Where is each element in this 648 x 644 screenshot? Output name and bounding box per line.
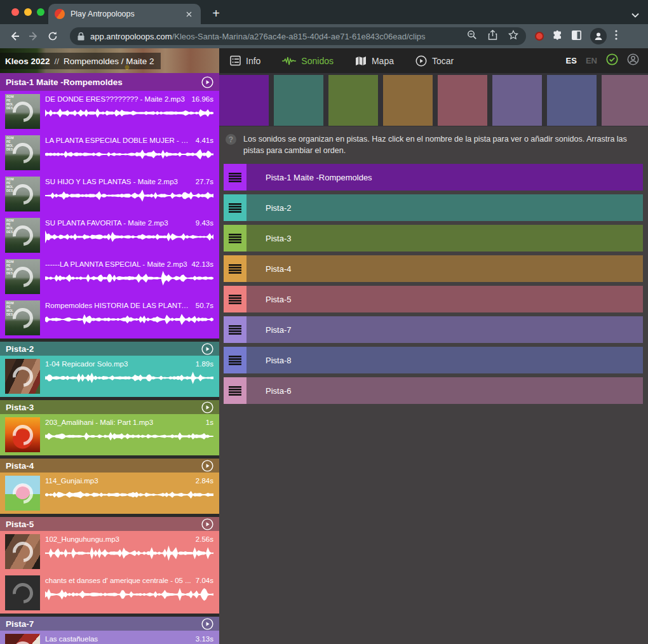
track-row-bar[interactable]: Pista-3 <box>246 225 643 252</box>
track-play-button[interactable] <box>201 76 213 88</box>
forward-button[interactable] <box>24 27 43 46</box>
track-row[interactable]: Pista-3 <box>224 225 643 252</box>
clip-thumbnail[interactable] <box>5 476 40 511</box>
clip-item[interactable]: ROM PE MOL DESDE DONDE ERES???????? - Ma… <box>0 91 219 132</box>
track-drag-handle[interactable] <box>224 316 246 343</box>
track-row-bar[interactable]: Pista-2 <box>246 194 643 221</box>
track-row-bar[interactable]: Pista-5 <box>246 286 643 312</box>
clip-item[interactable]: 203_Amalihani - Mali: Part 1.mp31s <box>0 414 219 455</box>
share-icon[interactable] <box>488 30 497 43</box>
track-row-bar[interactable]: Pista-7 <box>246 316 643 343</box>
track-drag-handle[interactable] <box>224 286 246 312</box>
track-play-button[interactable] <box>201 401 213 413</box>
clip-item[interactable]: 114_Gunjai.mp32.84s <box>0 473 219 514</box>
clip-waveform[interactable] <box>45 229 213 245</box>
track-drag-handle[interactable] <box>224 347 246 373</box>
clip-item[interactable]: ROM PE MOL DESRompemoldes HISTORIA DE LA… <box>0 297 219 339</box>
clip-thumbnail[interactable] <box>5 534 40 569</box>
side-panel-icon[interactable] <box>571 30 582 43</box>
track-drag-handle[interactable] <box>224 164 246 191</box>
track-header[interactable]: Pista-5 <box>0 517 219 531</box>
track-row[interactable]: Pista-7 <box>224 316 643 343</box>
track-drag-handle[interactable] <box>224 194 246 221</box>
back-button[interactable] <box>5 27 24 46</box>
track-drag-handle[interactable] <box>224 255 246 282</box>
track-row-bar[interactable]: Pista-8 <box>246 347 643 373</box>
clip-waveform[interactable] <box>45 311 213 328</box>
track-play-button[interactable] <box>201 460 213 472</box>
track-row[interactable]: Pista-5 <box>224 286 643 312</box>
clip-thumbnail[interactable]: ROM PE MOL DES <box>5 300 40 335</box>
track-drag-handle[interactable] <box>224 225 246 252</box>
url-bar[interactable]: app.antropoloops.com/Kleos-Santa-Marina/… <box>70 27 526 45</box>
new-tab-button[interactable]: + <box>208 6 224 22</box>
clip-item[interactable]: ROM PE MOL DESSU PLANTA FAVORITA - Maite… <box>0 215 219 256</box>
track-header[interactable]: Pista-3 <box>0 400 219 414</box>
clip-waveform[interactable] <box>45 486 213 503</box>
track-header[interactable]: Pista-2 <box>0 342 219 356</box>
sync-check-icon[interactable] <box>606 53 618 68</box>
nav-tab-info[interactable]: Info <box>230 55 260 66</box>
minimize-window-button[interactable] <box>24 8 32 16</box>
nav-tab-mapa[interactable]: Mapa <box>355 56 394 66</box>
clip-waveform[interactable] <box>45 105 213 121</box>
clip-thumbnail[interactable]: ROM PE MOL DES <box>5 218 40 253</box>
tab-search-chevron-icon[interactable] <box>631 9 639 20</box>
clip-waveform[interactable] <box>45 146 213 163</box>
clip-item[interactable]: Las castañuelas3.13s <box>0 631 219 644</box>
bookmark-star-icon[interactable] <box>508 30 518 43</box>
clip-thumbnail[interactable]: ROM PE MOL DES <box>5 259 40 294</box>
close-window-button[interactable] <box>11 8 19 16</box>
clip-waveform[interactable] <box>45 586 213 603</box>
track-play-button[interactable] <box>201 518 213 530</box>
clip-waveform[interactable] <box>45 370 213 386</box>
nav-tab-sonidos[interactable]: Sonidos <box>282 56 334 66</box>
track-drag-handle[interactable] <box>224 377 246 404</box>
track-row[interactable]: Pista-2 <box>224 194 643 221</box>
clip-thumbnail[interactable]: ROM PE MOL DES <box>5 135 40 170</box>
zoom-page-icon[interactable] <box>467 30 477 43</box>
clip-waveform[interactable] <box>45 545 213 561</box>
track-row-bar[interactable]: Pista-1 Maite -Rompemoldes <box>246 164 643 191</box>
track-row[interactable]: Pista-1 Maite -Rompemoldes <box>224 164 643 191</box>
clip-thumbnail[interactable]: ROM PE MOL DES <box>5 94 40 129</box>
account-icon[interactable] <box>627 53 639 68</box>
clip-thumbnail[interactable] <box>5 417 40 452</box>
track-row[interactable]: Pista-8 <box>224 347 643 373</box>
clip-thumbnail[interactable] <box>5 634 40 644</box>
lang-en-button[interactable]: EN <box>586 56 597 65</box>
zoom-window-button[interactable] <box>37 8 44 16</box>
clip-thumbnail[interactable] <box>5 359 40 394</box>
lang-es-button[interactable]: ES <box>566 56 577 65</box>
lock-icon[interactable] <box>78 32 84 41</box>
track-header[interactable]: Pista-4 <box>0 459 219 473</box>
track-header[interactable]: Pista-7 <box>0 617 219 631</box>
breadcrumb[interactable]: Kleos 2022 // Rompemoldes / Maite 2 <box>0 53 161 69</box>
track-row-bar[interactable]: Pista-6 <box>246 377 643 404</box>
clip-item[interactable]: 102_Hunguhungu.mp32.56s <box>0 531 219 572</box>
clip-waveform[interactable] <box>45 270 213 286</box>
browser-tab[interactable]: Play Antropoloops <box>48 4 201 24</box>
track-play-button[interactable] <box>201 343 213 355</box>
breadcrumb-project[interactable]: Kleos 2022 <box>5 57 50 66</box>
nav-tab-tocar[interactable]: Tocar <box>415 55 454 67</box>
track-header[interactable]: Pista-1 Maite -Rompemoldes <box>0 73 219 91</box>
clip-item[interactable]: ROM PE MOL DESSU HIJO Y LAS PLANTAS - Ma… <box>0 173 219 215</box>
track-row[interactable]: Pista-4 <box>224 255 643 282</box>
record-extension-icon[interactable] <box>535 32 544 41</box>
clip-item[interactable]: 1-04 Repicador Solo.mp31.89s <box>0 356 219 397</box>
clip-waveform[interactable] <box>45 187 213 204</box>
clip-item[interactable]: ROM PE MOL DES------LA PLANNTA ESPECIAL … <box>0 256 219 297</box>
clip-item[interactable]: ROM PE MOL DESLA PLANTA ESPECIAL DOBLE M… <box>0 132 219 173</box>
browser-profile-avatar[interactable] <box>590 28 607 44</box>
clip-thumbnail[interactable]: ROM PE MOL DES <box>5 177 40 211</box>
track-row-bar[interactable]: Pista-4 <box>246 255 643 282</box>
extensions-puzzle-icon[interactable] <box>552 30 563 43</box>
tab-close-icon[interactable] <box>184 9 194 20</box>
track-row[interactable]: Pista-6 <box>224 377 643 404</box>
browser-menu-kebab-icon[interactable] <box>615 30 618 43</box>
clip-thumbnail[interactable] <box>5 575 40 610</box>
clip-item[interactable]: chants et danses d' amerique centrale - … <box>0 572 219 614</box>
track-play-button[interactable] <box>201 618 213 630</box>
reload-button[interactable] <box>43 27 62 46</box>
